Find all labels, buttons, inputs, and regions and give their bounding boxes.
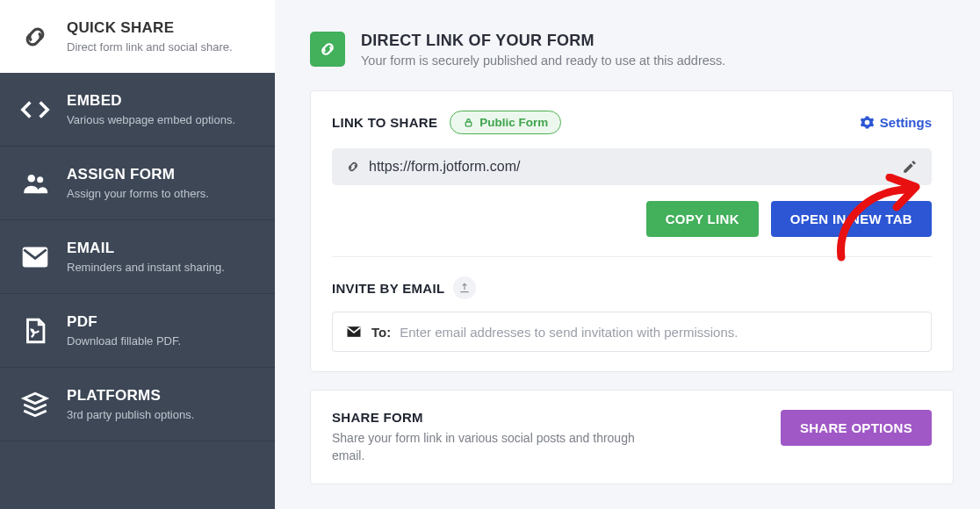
main-content: DIRECT LINK OF YOUR FORM Your form is se…	[275, 0, 980, 509]
sidebar-item-sub: Various webpage embed options.	[67, 113, 259, 126]
share-section-label: SHARE FORM	[332, 410, 666, 425]
form-url-box[interactable]: https://form.jotform.com/	[332, 148, 932, 185]
page-subtitle: Your form is securely published and read…	[361, 54, 725, 68]
sidebar-item-title: ASSIGN FORM	[67, 166, 259, 183]
edit-icon[interactable]	[902, 159, 918, 175]
sidebar-item-sub: Reminders and instant sharing.	[67, 261, 259, 274]
layers-icon	[19, 389, 51, 420]
sidebar-item-email[interactable]: EMAIL Reminders and instant sharing.	[0, 220, 275, 294]
sidebar-item-sub: Direct form link and social share.	[67, 40, 259, 54]
share-options-button[interactable]: SHARE OPTIONS	[781, 410, 932, 446]
sidebar-item-pdf[interactable]: PDF Download fillable PDF.	[0, 294, 275, 368]
share-form-card: SHARE FORM Share your form link in vario…	[310, 390, 954, 484]
form-url: https://form.jotform.com/	[369, 159, 893, 175]
share-icon	[19, 21, 51, 53]
invite-email-input[interactable]: To: Enter email addresses to send invita…	[332, 312, 932, 352]
pdf-icon	[19, 315, 51, 347]
link-icon	[310, 32, 345, 67]
lock-icon	[463, 117, 474, 128]
link-card: LINK TO SHARE Public Form Settings https…	[310, 90, 954, 372]
code-icon	[19, 94, 51, 125]
sidebar-item-platforms[interactable]: PLATFORMS 3rd party publish options.	[0, 368, 275, 441]
svg-point-1	[37, 176, 43, 183]
sidebar-item-title: PDF	[67, 313, 259, 331]
sidebar-item-title: QUICK SHARE	[67, 19, 259, 37]
to-label: To:	[371, 325, 391, 340]
open-new-tab-button[interactable]: OPEN IN NEW TAB	[771, 201, 932, 237]
copy-link-button[interactable]: COPY LINK	[646, 201, 759, 237]
page-header: DIRECT LINK OF YOUR FORM Your form is se…	[310, 32, 954, 68]
sidebar-item-title: EMBED	[67, 92, 259, 110]
sidebar: QUICK SHARE Direct form link and social …	[0, 0, 275, 509]
public-form-badge[interactable]: Public Form	[450, 111, 561, 134]
page-title: DIRECT LINK OF YOUR FORM	[361, 32, 725, 50]
divider	[332, 256, 932, 257]
users-icon	[19, 168, 51, 199]
sidebar-item-sub: 3rd party publish options.	[67, 408, 259, 421]
sidebar-item-title: EMAIL	[67, 240, 259, 257]
link-icon	[346, 160, 360, 174]
settings-link[interactable]: Settings	[860, 115, 932, 130]
sidebar-item-sub: Assign your forms to others.	[67, 187, 259, 200]
share-section-sub: Share your form link in various social p…	[332, 430, 666, 464]
sidebar-item-sub: Download fillable PDF.	[67, 334, 259, 348]
sidebar-item-embed[interactable]: EMBED Various webpage embed options.	[0, 73, 275, 147]
envelope-icon	[345, 323, 363, 341]
sidebar-item-title: PLATFORMS	[67, 387, 259, 405]
invite-section-label: INVITE BY EMAIL	[332, 281, 444, 296]
gear-icon	[860, 115, 875, 130]
link-section-label: LINK TO SHARE	[332, 115, 437, 130]
email-placeholder: Enter email addresses to send invitation…	[400, 325, 919, 340]
upload-icon[interactable]	[453, 276, 476, 299]
envelope-icon	[19, 241, 51, 273]
sidebar-item-quick-share[interactable]: QUICK SHARE Direct form link and social …	[0, 0, 275, 73]
sidebar-item-assign-form[interactable]: ASSIGN FORM Assign your forms to others.	[0, 147, 275, 220]
svg-point-0	[28, 175, 36, 183]
svg-rect-3	[466, 122, 472, 126]
